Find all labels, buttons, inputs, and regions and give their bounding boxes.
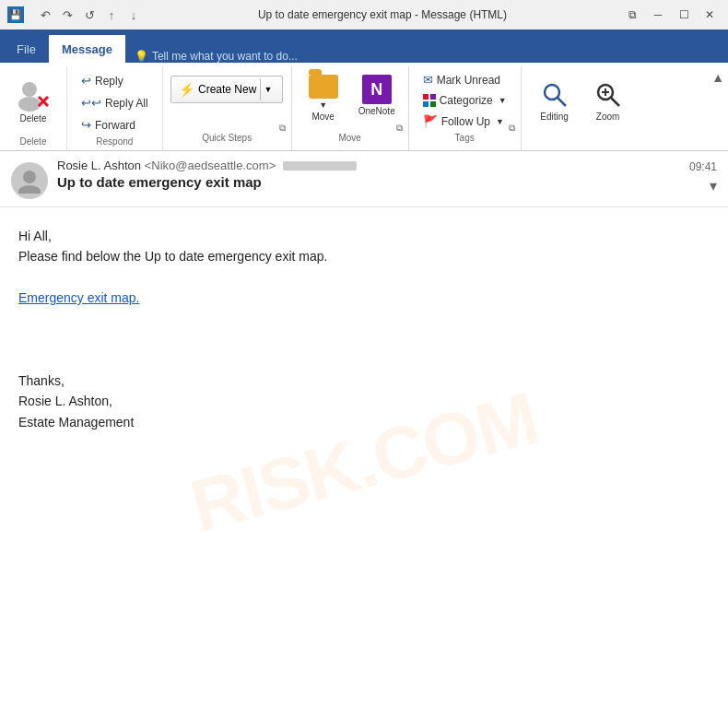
tell-me-input[interactable]: 💡 Tell me what you want to do...: [125, 50, 307, 63]
zoom-icon: [593, 80, 623, 110]
find-group-label: [529, 147, 634, 150]
lightbulb-icon: 💡: [135, 50, 148, 63]
collapse-icon: ▲: [711, 70, 724, 85]
avatar: [11, 162, 48, 199]
close-button[interactable]: ✕: [699, 4, 721, 26]
reply-button[interactable]: ↩ Reply: [75, 70, 155, 91]
categorize-button[interactable]: Categorize ▼: [417, 91, 513, 110]
svg-line-11: [611, 98, 619, 106]
onenote-label: OneNote: [358, 106, 395, 116]
svg-line-9: [558, 98, 566, 106]
lightning-icon: ⚡: [179, 82, 194, 97]
email-window: Rosie L. Ashton <Niko@aedseattle.com> Up…: [0, 151, 728, 718]
svg-rect-6: [423, 101, 429, 107]
mark-unread-icon: ✉: [423, 73, 433, 87]
email-header-right: 09:41 ▾: [689, 159, 717, 194]
title-bar: 💾 ↶ ↷ ↺ ↑ ↓ Up to date emergency exit ma…: [0, 0, 728, 29]
sender-name: Rosie L. Ashton: [57, 159, 141, 172]
delete-group-content: Delete: [7, 70, 59, 136]
follow-up-label: Follow Up: [441, 115, 490, 128]
email-body-line1: Please find below the Up to date emergen…: [18, 246, 710, 266]
reply-icon: ↩: [81, 74, 91, 88]
reply-all-button[interactable]: ↩↩ Reply All: [75, 92, 155, 113]
email-thanks: Thanks,: [18, 371, 710, 391]
follow-up-dropdown-icon: ▼: [496, 117, 504, 126]
zoom-label: Zoom: [596, 112, 620, 122]
delete-group-label: Delete: [7, 136, 59, 150]
reply-all-label: Reply All: [105, 97, 148, 110]
email-greeting: Hi All,: [18, 226, 710, 246]
reply-label: Reply: [95, 75, 123, 88]
find-group-content: Editing Zoom: [531, 70, 632, 147]
sender-email: <Niko@aedseattle.com>: [145, 159, 276, 172]
ribbon-group-find: Editing Zoom: [522, 66, 641, 150]
ribbon-group-tags: ✉ Mark Unread Categorize ▼ 🚩 Follow Up: [409, 66, 522, 150]
redo-button[interactable]: ↷: [57, 5, 77, 25]
categorize-icon: [423, 94, 436, 107]
restore-button[interactable]: ⧉: [621, 4, 643, 26]
up-button[interactable]: ↑: [101, 5, 122, 25]
forward-label: Forward: [95, 119, 135, 132]
move-group-label: Move: [292, 133, 408, 147]
svg-point-8: [545, 85, 559, 100]
follow-up-button[interactable]: 🚩 Follow Up ▼: [417, 112, 513, 131]
editing-label: Editing: [540, 112, 569, 122]
quick-steps-dropdown[interactable]: ▼: [260, 78, 275, 100]
move-icon-dropdown: ▼: [319, 100, 327, 110]
tags-group-label: Tags: [409, 133, 521, 147]
undo-button[interactable]: ↶: [35, 5, 55, 25]
mark-unread-button[interactable]: ✉ Mark Unread: [417, 70, 513, 89]
onenote-icon: N: [362, 75, 392, 104]
search-magnify-icon: [540, 80, 569, 110]
ribbon-group-quick-steps: ⚡ Create New ▼ ⧉ Quick Steps: [163, 66, 292, 150]
svg-point-1: [18, 97, 41, 112]
move-label: Move: [311, 112, 334, 122]
ribbon-group-respond: ↩ Reply ↩↩ Reply All ↪ Forward Respond: [67, 66, 163, 150]
ribbon-group-delete: Delete Delete: [0, 66, 67, 150]
email-meta: Rosie L. Ashton <Niko@aedseattle.com> Up…: [57, 159, 680, 190]
email-body: RISK.COM Hi All, Please find below the U…: [0, 207, 728, 718]
email-signature-title: Estate Management: [18, 412, 710, 432]
email-from: Rosie L. Ashton <Niko@aedseattle.com>: [57, 159, 276, 172]
svg-point-14: [23, 171, 36, 183]
svg-rect-7: [430, 101, 436, 107]
maximize-button[interactable]: ☐: [673, 4, 695, 26]
svg-point-15: [18, 185, 41, 194]
delete-icon: [17, 78, 50, 112]
move-button[interactable]: ▼ Move: [299, 70, 347, 131]
window-title: Up to date emergency exit map - Message …: [149, 8, 616, 21]
forward-button[interactable]: ↪ Forward: [75, 114, 155, 135]
down-button[interactable]: ↓: [123, 5, 144, 25]
delete-label: Delete: [20, 113, 47, 124]
email-link[interactable]: Emergency exit map.: [18, 290, 140, 305]
create-new-label: Create New: [198, 83, 256, 96]
email-subject: Up to date emergency exit map: [57, 174, 680, 190]
tab-file[interactable]: File: [4, 35, 49, 63]
mark-unread-label: Mark Unread: [437, 74, 500, 87]
delete-icon-container: [17, 78, 50, 112]
create-new-button[interactable]: ⚡ Create New ▼: [170, 76, 283, 103]
respond-buttons: ↩ Reply ↩↩ Reply All ↪ Forward: [75, 70, 155, 135]
follow-up-icon: 🚩: [423, 114, 438, 128]
expand-icon[interactable]: ▾: [710, 177, 717, 194]
folder-icon: [309, 75, 338, 99]
categorize-label: Categorize: [440, 94, 493, 107]
tell-me-text: Tell me what you want to do...: [152, 50, 298, 63]
ribbon-tabs: File Message 💡 Tell me what you want to …: [0, 29, 728, 63]
svg-rect-5: [430, 94, 436, 100]
delete-button[interactable]: Delete: [7, 70, 59, 131]
editing-button[interactable]: Editing: [531, 70, 579, 131]
refresh-button[interactable]: ↺: [79, 5, 100, 25]
collapse-ribbon[interactable]: ▲: [708, 66, 728, 150]
avatar-person-icon: [17, 168, 42, 194]
tab-message[interactable]: Message: [49, 35, 125, 63]
quick-steps-group-label: Quick Steps: [163, 133, 291, 147]
minimize-button[interactable]: ─: [647, 4, 669, 26]
tags-buttons: ✉ Mark Unread Categorize ▼ 🚩 Follow Up: [417, 70, 513, 131]
to-address-blurred: [283, 161, 357, 171]
ribbon: Delete Delete ↩ Reply ↩↩ Reply All ↪ For…: [0, 63, 728, 151]
onenote-button[interactable]: N OneNote: [353, 70, 401, 131]
zoom-button[interactable]: Zoom: [584, 70, 632, 131]
respond-group-content: ↩ Reply ↩↩ Reply All ↪ Forward: [75, 70, 155, 136]
svg-rect-4: [423, 94, 429, 100]
